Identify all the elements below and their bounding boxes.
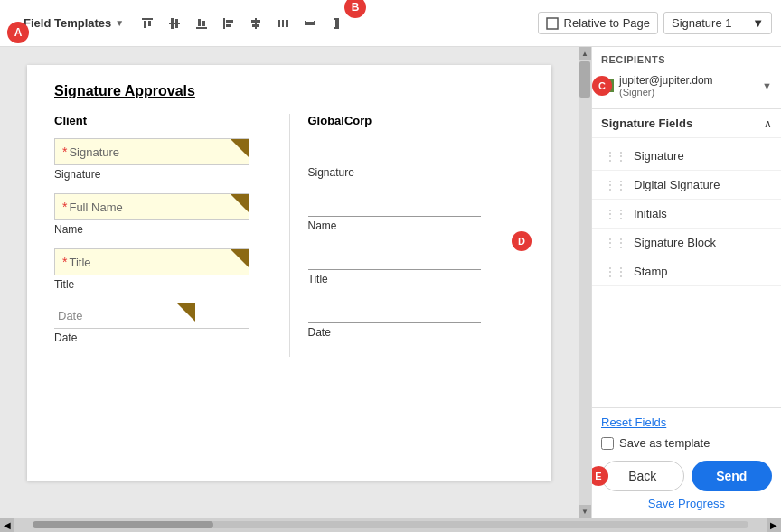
drag-handle-icon-4: ⋮⋮ [605,237,626,249]
distribute-h-icon[interactable] [270,11,296,36]
send-button[interactable]: Send [692,461,773,491]
column-divider [289,114,290,357]
required-star-name: * [62,200,67,214]
name-input-left[interactable]: * Full Name [54,193,249,220]
document-columns: Client * Signature Signature [54,114,524,357]
svg-rect-23 [335,18,339,29]
field-templates-button[interactable]: Field Templates ▼ [18,13,129,33]
signature-placeholder: Signature [69,145,119,159]
scrollbar-thumb[interactable] [33,521,213,528]
signature-field-left: * Signature Signature [54,138,271,181]
svg-rect-24 [334,18,335,20]
field-templates-label: Field Templates [24,16,111,30]
date-field-left: Date Date [54,303,271,344]
date-label-right: Date [308,326,525,339]
sig-field-item-digital-signature[interactable]: ⋮⋮ Digital Signature [592,171,781,200]
save-template-row: Save as template [601,436,772,450]
signature-fields-chevron-icon: ∧ [764,117,772,130]
title-placeholder: Title [69,256,90,269]
align-left-icon[interactable] [216,11,241,36]
toolbar: A Field Templates ▼ [0,0,781,47]
sig-field-label-digital-signature: Digital Signature [634,178,720,191]
scroll-up-button[interactable]: ▲ [579,47,591,60]
sig-field-label-stamp: Stamp [634,265,668,278]
recipient-info: jupiter@jupiter.dom (Signer) [601,74,713,98]
recipient-details: jupiter@jupiter.dom (Signer) [619,74,713,98]
back-button[interactable]: Back [601,461,684,491]
signature-label-right: Signature [308,166,525,179]
reset-fields-link[interactable]: Reset Fields [601,415,772,429]
badge-c: C [592,76,612,96]
name-label-left: Name [54,223,271,236]
svg-rect-3 [171,18,174,23]
svg-rect-11 [223,18,225,29]
date-input-left[interactable]: Date [54,303,249,329]
svg-rect-1 [144,21,146,28]
bottom-actions: Reset Fields Save as template E Back Sen… [592,407,781,518]
field-triangle [231,139,249,157]
document-page: Signature Approvals Client * Signature [27,65,551,481]
title-input-left[interactable]: * Title [54,248,249,275]
scroll-track [579,60,591,505]
signature-dropdown-label: Signature 1 [672,16,732,30]
horizontal-scrollbar[interactable]: ◀ ▶ [0,518,781,532]
badge-a: A [7,22,29,43]
svg-rect-5 [169,23,180,24]
document-title: Signature Approvals [54,83,524,99]
signature-input-left[interactable]: * Signature [54,138,249,165]
badge-d: D [512,231,532,251]
svg-rect-8 [198,19,201,26]
scroll-right-button[interactable]: ▶ [767,518,781,532]
client-col-header: Client [54,114,271,127]
vertical-scrollbar[interactable]: ▲ ▼ [579,47,591,518]
relative-to-page-toggle[interactable]: Relative to Page [538,12,658,34]
field-triangle-date [177,303,195,322]
recipient-row[interactable]: C jupiter@jupiter.dom (Signer) ▼ [601,70,772,101]
field-triangle-name [231,194,249,212]
name-placeholder: Full Name [69,201,122,214]
globalcorp-col-header: GlobalCorp [308,114,525,127]
client-column: Client * Signature Signature [54,114,271,357]
svg-rect-9 [202,21,205,26]
svg-rect-0 [142,18,153,20]
scroll-thumb[interactable] [579,61,590,98]
sig-field-item-signature-block[interactable]: ⋮⋮ Signature Block [592,229,781,257]
signature-fields-header[interactable]: Signature Fields ∧ [592,109,781,138]
svg-rect-16 [252,24,259,27]
align-center-icon[interactable] [243,11,268,36]
main-content: Signature Approvals Client * Signature [0,47,781,518]
page-icon [546,17,559,30]
recipients-section-title: RECIPIENTS [601,54,772,65]
sig-field-item-stamp[interactable]: ⋮⋮ Stamp [592,257,781,286]
svg-rect-17 [278,20,280,27]
recipient-role: (Signer) [619,87,713,98]
sig-field-label-signature: Signature [634,149,684,163]
save-progress-link[interactable]: Save Progress [601,497,772,510]
align-bottom-icon[interactable] [189,11,214,36]
size-h-icon[interactable] [297,11,323,36]
toolbar-icons [135,11,350,36]
save-template-label: Save as template [619,436,710,450]
globalcorp-column: D GlobalCorp Signature Name Title [308,114,525,357]
sig-field-item-signature[interactable]: ⋮⋮ Signature [592,142,781,171]
svg-rect-12 [226,20,233,23]
sig-field-item-initials[interactable]: ⋮⋮ Initials [592,200,781,229]
scroll-down-button[interactable]: ▼ [579,505,591,518]
name-line-right [308,191,482,217]
align-top-icon[interactable] [135,11,160,36]
size-v-icon[interactable] [325,11,350,36]
scroll-left-button[interactable]: ◀ [0,518,14,532]
svg-rect-15 [251,20,260,23]
date-label-left: Date [54,331,271,344]
align-middle-icon[interactable] [162,11,187,36]
right-panel: RECIPIENTS C jupiter@jupiter.dom (Signer… [591,47,781,518]
signature-dropdown[interactable]: Signature 1 ▼ [663,12,772,34]
svg-rect-20 [305,22,315,25]
relative-to-page-label: Relative to Page [564,16,650,30]
svg-rect-22 [314,21,315,22]
signature-line-right [308,138,482,163]
save-template-checkbox[interactable] [601,437,614,450]
sig-field-label-signature-block: Signature Block [634,236,716,249]
drag-handle-icon-3: ⋮⋮ [605,208,626,220]
recipient-chevron-icon: ▼ [762,80,772,91]
